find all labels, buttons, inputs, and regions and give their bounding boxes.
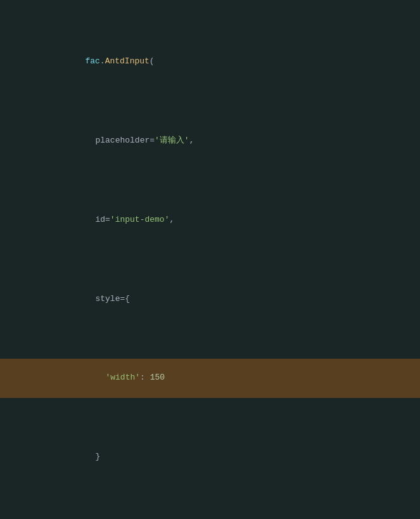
line-3: id='input-demo', — [0, 200, 420, 240]
line-6: } — [0, 437, 420, 477]
line-4: style={ — [0, 279, 420, 319]
code-editor: fac.AntdInput( placeholder='请输入', id='in… — [0, 0, 420, 519]
line-1: fac.AntdInput( — [0, 42, 420, 81]
line-5: 'width': 150 — [0, 359, 420, 398]
line-2: placeholder='请输入', — [0, 121, 420, 160]
line-7: ), — [0, 516, 420, 519]
top-code-block: fac.AntdInput( placeholder='请输入', id='in… — [0, 0, 420, 519]
